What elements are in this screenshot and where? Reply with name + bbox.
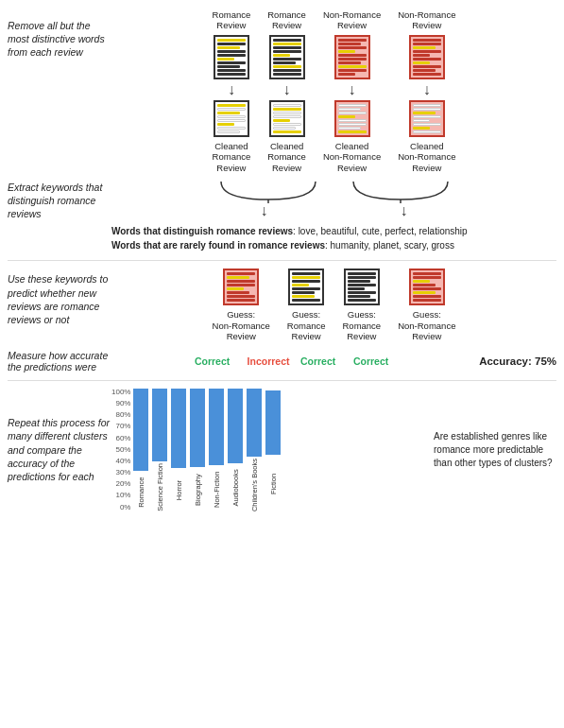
step2-label: Extract keywords that distinguish romanc… [8, 177, 111, 221]
result-4: Correct [353, 355, 389, 367]
bar-xlabel-scifi: Science Fiction [156, 463, 164, 511]
bar-nonfic [209, 389, 224, 465]
bar-chart: 0% 10% 20% 30% 40% 50% 60% 70% 80% 90% 1… [111, 389, 424, 511]
y-tick-70: 70% [111, 423, 130, 430]
bar-xlabel-bio: Biography [194, 469, 202, 511]
bar-fiction [265, 390, 281, 455]
predict-col-2: Guess:RomanceReview [287, 269, 326, 341]
doc-col-3: Non-RomanceReview ↓ [323, 9, 381, 173]
doc4-cleaned [409, 100, 445, 137]
doc1-title: RomanceReview [213, 9, 251, 31]
keywords-block: Words that distinguish romance reviews: … [111, 224, 556, 252]
step5-label: Repeat this process for many different c… [8, 416, 111, 483]
doc3-title: Non-RomanceReview [323, 9, 381, 31]
predict-col-1: Guess:Non-RomanceReview [213, 269, 270, 341]
bar-xlabel-nonfic: Non-Fiction [213, 467, 221, 511]
bar-scifi [152, 389, 167, 461]
bar-xlabel-audio: Audiobooks [231, 465, 240, 511]
step3-label: Use these keywords to predict whether ne… [8, 269, 111, 326]
doc2-cleaned-label: CleanedRomanceReview [267, 141, 306, 173]
bar-col-scifi: Science Fiction [152, 389, 167, 511]
brace-arrows: ↓ ↓ [261, 203, 408, 218]
predict-doc2 [288, 269, 324, 305]
bar-chart-container: 0% 10% 20% 30% 40% 50% 60% 70% 80% 90% 1… [111, 389, 424, 511]
bar-horror [171, 389, 186, 469]
divider2 [8, 380, 556, 381]
bar-col-fiction: Fiction [265, 389, 281, 511]
arrow4: ↓ [423, 82, 431, 97]
arrow1: ↓ [228, 82, 235, 97]
chart-question: Are established genres like romance more… [434, 430, 556, 470]
y-tick-40: 40% [111, 458, 130, 465]
bar-xlabel-romance: Romance [137, 473, 145, 511]
doc3-cleaned [334, 100, 370, 137]
arrow3: ↓ [349, 82, 356, 97]
step1-label: Remove all but the most distinctive word… [8, 9, 111, 60]
y-tick-60: 60% [111, 435, 130, 442]
predict-doc3 [344, 269, 380, 305]
y-tick-20: 20% [111, 480, 130, 488]
bar-col-horror: Horror [171, 389, 186, 511]
brace-arrow-right: ↓ [401, 203, 408, 218]
bar-audio [228, 389, 243, 463]
step1-row: Remove all but the most distinctive word… [8, 9, 556, 173]
bar-xlabel-children: Children's Books [250, 459, 259, 511]
y-tick-0: 0% [111, 504, 130, 511]
brace-svg [202, 177, 467, 203]
predict-guess4: Guess:Non-RomanceReview [398, 309, 455, 341]
divider1 [8, 260, 556, 261]
bar-col-romance: Romance [133, 389, 148, 511]
original-docs-group: RomanceReview ↓ [111, 9, 556, 173]
accuracy-value: Accuracy: 75% [479, 355, 556, 367]
results-group: Correct Incorrect Correct Correct [111, 355, 471, 367]
result-1: Correct [195, 355, 231, 367]
bar-xlabel-fiction: Fiction [269, 457, 278, 511]
doc2-cleaned [269, 100, 305, 137]
y-tick-10: 10% [111, 492, 130, 499]
result-2: Incorrect [248, 355, 283, 367]
bar-xlabel-horror: Horror [175, 470, 183, 511]
doc-col-1: RomanceReview ↓ [213, 9, 251, 173]
brace-arrow-left: ↓ [261, 203, 268, 218]
y-tick-80: 80% [111, 411, 130, 419]
y-tick-100: 100% [111, 389, 130, 396]
predict-guess3: Guess:RomanceReview [343, 309, 382, 341]
doc4 [409, 35, 445, 79]
predict-docs-group: Guess:Non-RomanceReview Guess:RomanceRev… [111, 269, 556, 341]
arrow2: ↓ [283, 82, 291, 97]
bar-bio [190, 389, 205, 467]
bar-romance [133, 389, 148, 471]
bar-col-nonfic: Non-Fiction [209, 389, 224, 511]
predict-guess1: Guess:Non-RomanceReview [213, 309, 270, 341]
bar-children [247, 389, 262, 457]
doc4-title: Non-RomanceReview [398, 9, 455, 31]
step5-section: Repeat this process for many different c… [8, 389, 556, 511]
doc3 [334, 35, 370, 79]
predict-doc1 [223, 269, 259, 305]
doc1-cleaned [214, 100, 249, 137]
doc-col-2: RomanceReview ↓ [267, 9, 306, 173]
step4-label: Measure how accurate the predictions wer… [8, 350, 111, 373]
y-tick-90: 90% [111, 400, 130, 407]
doc2-title: RomanceReview [267, 9, 306, 31]
keywords-romance: Words that distinguish romance reviews: … [111, 224, 556, 238]
predict-doc4 [409, 269, 445, 305]
doc4-cleaned-label: CleanedNon-RomanceReview [398, 141, 455, 173]
predict-col-4: Guess:Non-RomanceReview [398, 269, 455, 341]
doc1 [214, 35, 249, 79]
doc3-cleaned-label: CleanedNon-RomanceReview [323, 141, 381, 173]
step2-row: Extract keywords that distinguish romanc… [8, 177, 556, 221]
y-tick-50: 50% [111, 446, 130, 454]
step3-row: Use these keywords to predict whether ne… [8, 269, 556, 341]
y-tick-30: 30% [111, 469, 130, 477]
doc1-cleaned-label: CleanedRomanceReview [213, 141, 251, 173]
bar-col-children: Children's Books [247, 389, 262, 511]
y-axis: 0% 10% 20% 30% 40% 50% 60% 70% 80% 90% 1… [111, 389, 130, 511]
step4-row: Measure how accurate the predictions wer… [8, 350, 556, 373]
keywords-non-romance: Words that are rarely found in romance r… [111, 238, 556, 252]
predict-guess2: Guess:RomanceReview [287, 309, 326, 341]
bars-area: Romance Science Fiction Horror Biography [133, 389, 281, 511]
doc2 [269, 35, 305, 79]
result-3: Correct [300, 355, 336, 367]
bar-col-audio: Audiobooks [228, 389, 243, 511]
